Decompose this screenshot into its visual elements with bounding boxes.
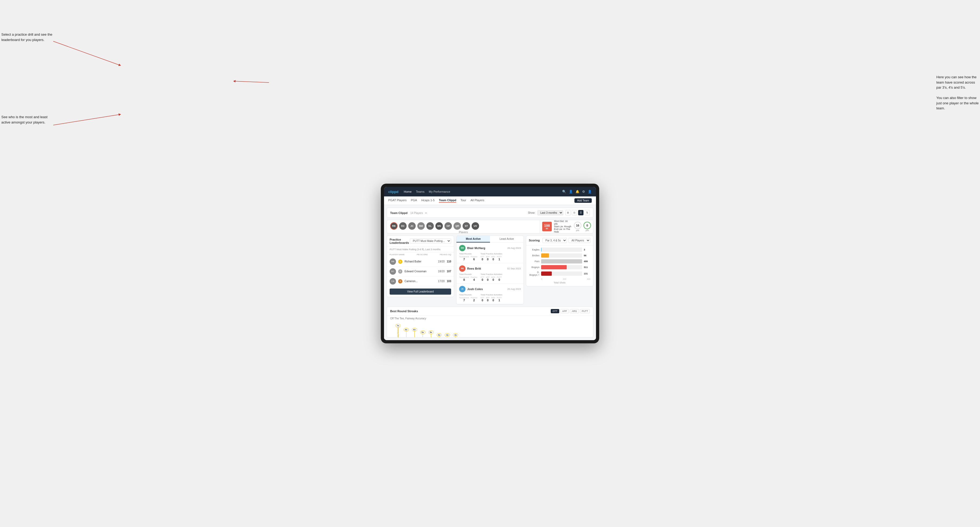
bar-label-pars: Pars [529, 260, 539, 263]
avatar-4[interactable]: KL [426, 222, 434, 230]
subnav-hcaps[interactable]: Hcaps 1-5 [421, 198, 434, 203]
avatar-0[interactable]: RB [390, 222, 398, 230]
streak-label-4: 5x [420, 330, 425, 334]
practice-activities-group-3: Total Practice Activities OTT 0 APP [481, 294, 502, 302]
avatar-icon[interactable]: 👤 [588, 190, 592, 194]
tab-least-active[interactable]: Least Active [490, 236, 523, 243]
arg-stat-3: ARG 0 [492, 297, 495, 302]
player-filter[interactable]: All Players [568, 238, 590, 243]
avatar-1[interactable]: EC [399, 222, 407, 230]
streak-label-7: 4x [445, 333, 450, 337]
streak-tab-putt[interactable]: PUTT [580, 309, 590, 313]
activity-stats-2: Total Rounds Tournament 8 Practice [459, 273, 520, 281]
team-name: Team Clippd [390, 211, 407, 214]
bell-icon[interactable]: 🔔 [576, 190, 579, 194]
bar-row-dbogeys: D. Bogeys + 131 [529, 271, 590, 276]
grid-sm-icon[interactable]: ⊞ [565, 210, 571, 215]
streak-pin-10: 3x [469, 337, 474, 338]
show-select[interactable]: Last 3 months [538, 210, 563, 215]
streaks-tabs: OTT APP ARG PUTT [551, 309, 590, 313]
activity-avatar-1: BM [459, 245, 466, 251]
practice-leaderboards-card: Practice Leaderboards PUTT Must Make Put… [387, 236, 454, 297]
putt-stat-2: PUTT 0 [497, 276, 502, 281]
streak-pin-5: 5x [428, 330, 434, 338]
avatar-3[interactable]: BM [417, 222, 425, 230]
brand-logo: clippd [388, 190, 398, 194]
par-filter[interactable]: Par 3, 4 & 5s [542, 238, 567, 243]
subnav-pgat[interactable]: PGAT Players [388, 198, 407, 203]
dist-circle-1: 16 [574, 222, 581, 229]
avatar-8[interactable]: ST [463, 222, 470, 230]
col-right: Scoring Par 3, 4 & 5s All Players [526, 236, 593, 305]
players-label: Players [390, 231, 536, 233]
streak-chart: % Fairway Accuracy 7x 6x [387, 321, 593, 338]
app-stat-2: APP 0 [486, 276, 490, 281]
dist-label-2: yds [584, 229, 591, 232]
subnav-tour[interactable]: Tour [460, 198, 466, 203]
avatar-5[interactable]: MN [435, 222, 443, 230]
streak-tab-arg[interactable]: ARG [570, 309, 579, 313]
rank-badge-3: 3 [398, 279, 402, 284]
avatars-row: RB EC JC BM KL MN OP QR ST UV [390, 222, 536, 230]
avatar-2[interactable]: JC [408, 222, 416, 230]
leaderboard-row-1: RB 1 Richard Butler 19/20 110 [387, 257, 454, 267]
leaderboard-row-2: EC 2 Edward Crossman 18/20 107 [387, 267, 454, 276]
bar-value-pars: 499 [584, 260, 590, 263]
subnav-team-clippd[interactable]: Team Clippd [439, 198, 456, 203]
subnav-all-players[interactable]: All Players [471, 198, 484, 203]
activity-stats-3: Total Rounds Tournament 7 Practice [459, 294, 520, 302]
ott-stat-1: OTT 0 [481, 256, 484, 261]
view-icons: ⊞ ⊟ ☰ ⇅ [565, 210, 590, 215]
players-section: RB EC JC BM KL MN OP QR ST UV Players [387, 220, 593, 233]
streaks-title: Best Round Streaks [390, 310, 418, 313]
settings-icon[interactable]: ⚙ [582, 190, 585, 194]
person-icon[interactable]: 👤 [569, 190, 573, 194]
activity-date-3: 26 Aug 2023 [508, 288, 521, 290]
activity-name-3: JC Josh Coles [459, 286, 483, 292]
tab-most-active[interactable]: Most Active [457, 236, 490, 243]
shot-dist-1: 16 yds [574, 222, 581, 232]
tournament-stat-3: Tournament 7 [459, 297, 469, 302]
streak-pin-9: 3x [461, 337, 466, 338]
search-icon[interactable]: 🔍 [562, 190, 566, 194]
avatar-6[interactable]: OP [444, 222, 452, 230]
three-col: Practice Leaderboards PUTT Must Make Put… [387, 236, 593, 305]
show-label: Show: [528, 211, 535, 214]
navbar-icons: 🔍 👤 🔔 ⚙ 👤 [562, 190, 592, 194]
rank-badge-2: 2 [398, 269, 402, 274]
avatar-7[interactable]: QR [453, 222, 461, 230]
view-full-leaderboard-button[interactable]: View Full Leaderboard [390, 289, 451, 295]
player-name-1: Richard Butler [404, 260, 436, 263]
practice-activity-values-1: OTT 0 APP 0 ARG [481, 256, 502, 261]
most-active-card: Most Active Least Active BM Blair McHarg… [456, 236, 523, 305]
avatar-9[interactable]: UV [472, 222, 479, 230]
bar-track-birdies [541, 253, 582, 258]
edit-icon[interactable]: ✏ [425, 211, 427, 214]
activity-name-1: BM Blair McHarg [459, 245, 485, 251]
add-team-button[interactable]: Add Team [574, 198, 592, 203]
player-avatar-3: CA [390, 278, 396, 284]
nav-my-performance[interactable]: My Performance [429, 190, 450, 193]
player-count: 14 Players [410, 211, 423, 214]
bar-label-eagles: Eagles [529, 248, 539, 251]
nav-home[interactable]: Home [404, 190, 412, 193]
list-icon[interactable]: ☰ [578, 210, 584, 215]
bar-row-pars: Pars 499 [529, 259, 590, 264]
activity-tabs: Most Active Least Active [457, 236, 523, 243]
nav-teams[interactable]: Teams [416, 190, 425, 193]
svg-line-2 [53, 114, 120, 125]
streak-tab-ott[interactable]: OTT [551, 309, 559, 313]
annotation-bottom-left: See who is the most and least active amo… [2, 114, 55, 125]
scoring-filters: Par 3, 4 & 5s All Players [542, 238, 590, 243]
streak-tab-app[interactable]: APP [560, 309, 569, 313]
putt-stat-1: PUTT 1 [497, 256, 502, 261]
filter-icon[interactable]: ⇅ [584, 210, 590, 215]
drill-select[interactable]: PUTT Must Make Putting... [410, 238, 451, 243]
grid-lg-icon[interactable]: ⊟ [572, 210, 577, 215]
subnav-pga[interactable]: PGA [411, 198, 417, 203]
ott-stat-2: OTT 0 [481, 276, 484, 281]
bar-track-pars [541, 259, 582, 264]
bar-fill-birdies [541, 253, 549, 258]
streak-pin-1: 7x [396, 324, 401, 338]
leaderboard-row-3: CA 3 Cameron... 17/20 103 [387, 276, 454, 286]
